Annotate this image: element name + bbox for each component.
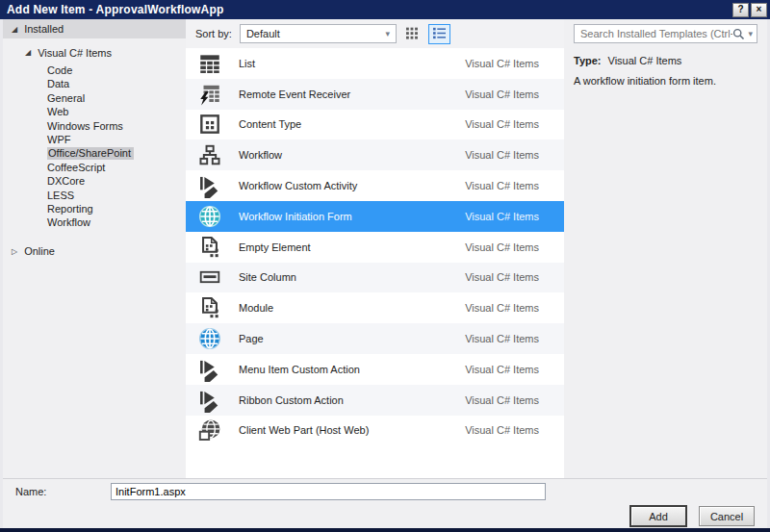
small-icons-view-button[interactable] [401,24,424,44]
sidebar-item-reporting[interactable]: Reporting [3,202,186,215]
chevron-down-icon: ▾ [385,29,390,38]
category-label: Web [47,106,68,117]
globe-blue-icon [197,326,222,351]
template-row[interactable]: Site ColumnVisual C# Items [186,263,564,293]
template-name: List [239,58,255,69]
template-row[interactable]: ListVisual C# Items [186,48,564,79]
expanded-triangle-icon: ◢ [25,48,31,57]
template-row[interactable]: WorkflowVisual C# Items [186,139,564,170]
template-name: Workflow Custom Activity [239,180,357,191]
content-type-icon [197,112,222,137]
tree-node-installed[interactable]: ◢ Installed [3,19,186,38]
search-dropdown-icon[interactable]: ▾ [748,29,753,38]
table-bolt-icon [197,82,222,107]
cancel-button[interactable]: Cancel [699,506,755,526]
template-name: Page [239,333,264,344]
category-label: LESS [47,190,74,201]
template-row[interactable]: Remote Event ReceiverVisual C# Items [186,79,564,110]
template-type: Visual C# Items [465,149,539,161]
category-label: DXCore [47,175,85,187]
installed-label: Installed [24,23,64,35]
tree-node-online[interactable]: ▷ Online [3,243,186,260]
add-button[interactable]: Add [630,506,686,526]
category-label: General [47,92,85,104]
sort-by-dropdown[interactable]: Default ▾ [240,24,397,43]
sort-by-label: Sort by: [195,28,232,39]
globe-box-icon [197,418,222,443]
search-box[interactable]: ▾ [574,24,757,43]
sidebar-item-workflow[interactable]: Workflow [3,215,186,229]
template-row[interactable]: Menu Item Custom ActionVisual C# Items [186,354,564,385]
template-type: Visual C# Items [465,211,539,222]
sidebar-item-web[interactable]: Web [3,105,186,118]
template-type: Visual C# Items [465,271,539,283]
category-label: Workflow [47,216,90,228]
expanded-triangle-icon: ◢ [12,25,17,34]
sidebar-item-windows-forms[interactable]: Windows Forms [3,119,186,133]
help-button[interactable]: ? [732,3,749,17]
doc-dots-icon [197,235,222,260]
template-row[interactable]: Client Web Part (Host Web)Visual C# Item… [186,416,564,446]
details-panel: ▾ Type:Visual C# Items A workflow initia… [564,19,767,478]
list-view-icon [433,27,446,41]
category-label: WPF [47,134,70,145]
template-type: Visual C# Items [465,424,539,436]
template-name: Site Column [239,271,296,283]
sidebar-item-code[interactable]: Code [3,63,186,77]
category-label: Office/SharePoint [47,147,134,160]
play-pencil-icon [197,173,222,198]
list-view-button[interactable] [428,24,450,44]
template-name: Remote Event Receiver [239,89,350,100]
name-input[interactable] [111,483,546,500]
template-row[interactable]: Workflow Initiation FormVisual C# Items [186,201,564,232]
template-name: Empty Element [239,241,311,253]
template-type: Visual C# Items [465,241,539,253]
template-type: Visual C# Items [465,118,539,130]
template-row[interactable]: ModuleVisual C# Items [186,292,564,323]
category-list: CodeDataGeneralWebWindows FormsWPFOffice… [3,63,186,230]
collapsed-triangle-icon: ▷ [12,247,17,256]
play-pencil-icon [197,388,222,413]
search-input[interactable] [580,28,732,39]
template-category-tree: ◢ Installed ◢ Visual C# Items CodeDataGe… [3,19,186,478]
category-label: CoffeeScript [47,162,105,173]
template-row[interactable]: Workflow Custom ActivityVisual C# Items [186,170,564,201]
template-row[interactable]: Empty ElementVisual C# Items [186,232,564,263]
template-type: Visual C# Items [465,89,539,100]
category-label: Code [47,64,72,76]
template-list-panel: Sort by: Default ▾ ListVisual C# ItemsRe… [186,19,564,478]
sidebar-item-wpf[interactable]: WPF [3,133,186,146]
template-type: Visual C# Items [465,394,539,406]
sidebar-item-general[interactable]: General [3,91,186,105]
site-column-icon [197,265,222,290]
close-button[interactable]: × [751,3,767,17]
template-type: Visual C# Items [465,302,539,314]
template-row[interactable]: Content TypeVisual C# Items [186,110,564,140]
sidebar-item-office-sharepoint[interactable]: Office/SharePoint [3,146,186,160]
sidebar-item-coffeescript[interactable]: CoffeeScript [3,161,186,174]
sidebar-item-data[interactable]: Data [3,77,186,90]
online-label: Online [24,245,55,257]
template-description: A workflow initiation form item. [574,75,757,87]
template-type: Visual C# Items [465,333,539,344]
dialog-body: ◢ Installed ◢ Visual C# Items CodeDataGe… [0,19,770,528]
category-label: Windows Forms [47,120,123,132]
category-label: Data [47,78,69,89]
add-new-item-dialog: Add New Item - ApprovalWorkflowApp ? × ◢… [0,0,770,532]
template-name: Client Web Part (Host Web) [239,424,369,436]
doc-dots-icon [197,295,222,320]
titlebar: Add New Item - ApprovalWorkflowApp ? × [0,0,770,19]
sort-bar: Sort by: Default ▾ [186,19,564,48]
tree-node-visual-csharp-items[interactable]: ◢ Visual C# Items [3,44,186,61]
org-chart-icon [197,142,222,167]
template-name: Content Type [239,118,301,130]
sort-by-value: Default [246,28,280,39]
template-name: Ribbon Custom Action [239,394,344,406]
dialog-title: Add New Item - ApprovalWorkflowApp [7,3,731,16]
dialog-footer: Name: Add Cancel [3,478,767,528]
template-row[interactable]: Ribbon Custom ActionVisual C# Items [186,385,564,416]
sidebar-item-dxcore[interactable]: DXCore [3,174,186,188]
template-name: Workflow [239,149,282,161]
template-row[interactable]: PageVisual C# Items [186,323,564,354]
sidebar-item-less[interactable]: LESS [3,189,186,202]
